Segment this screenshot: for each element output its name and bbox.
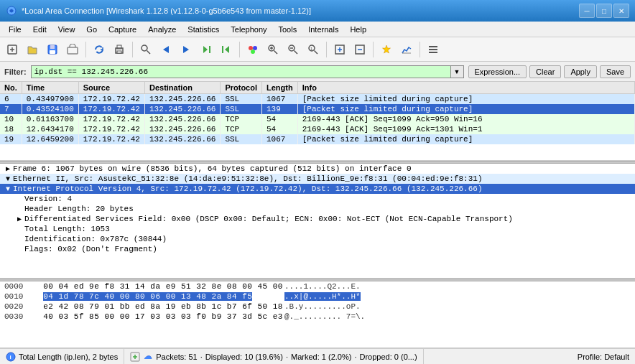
menu-item-statistics[interactable]: Statistics xyxy=(182,24,225,35)
hex-ascii: ..x|@.....H*..H* xyxy=(284,292,361,301)
svg-point-15 xyxy=(251,50,255,54)
svg-rect-27 xyxy=(429,49,437,50)
svg-rect-8 xyxy=(117,51,121,53)
save-filter-button[interactable]: Save xyxy=(600,65,631,78)
cell-protocol: SSL xyxy=(221,104,262,114)
menu-item-analyze[interactable]: Analyze xyxy=(142,24,182,35)
detail-row[interactable]: ▶Differentiated Services Field: 0x00 (DS… xyxy=(0,214,635,224)
save-button[interactable] xyxy=(43,40,62,59)
first-button[interactable] xyxy=(197,40,215,59)
cell-destination: 132.245.226.66 xyxy=(144,104,220,114)
menu-item-tools[interactable]: Tools xyxy=(273,24,303,35)
apply-button[interactable]: Apply xyxy=(564,65,597,78)
menu-item-edit[interactable]: Edit xyxy=(27,24,52,35)
col-length[interactable]: Length xyxy=(262,82,298,94)
new-capture-button[interactable] xyxy=(3,40,22,59)
svg-rect-4 xyxy=(50,50,55,54)
detail-row[interactable]: ▶Frame 6: 1067 bytes on wire (8536 bits)… xyxy=(0,164,635,174)
hex-highlight: 04 1d 78 7c 40 00 80 06 00 13 48 2a 84 f… xyxy=(43,292,252,301)
table-row[interactable]: 70.43524100172.19.72.42132.245.226.66SSL… xyxy=(0,104,635,114)
colorize-button[interactable] xyxy=(377,40,396,59)
next-button[interactable] xyxy=(177,40,195,59)
cell-source: 172.19.72.42 xyxy=(78,114,144,124)
hex-ascii: ....1....Q2...E. xyxy=(284,282,361,291)
packet-details: ▶Frame 6: 1067 bytes on wire (8536 bits)… xyxy=(0,164,635,279)
menu-item-capture[interactable]: Capture xyxy=(103,24,142,35)
find-button[interactable] xyxy=(136,40,155,59)
zoom-out-button[interactable] xyxy=(284,40,302,59)
status-text: Total Length (ip.len), 2 bytes xyxy=(19,353,118,361)
col-info[interactable]: Info xyxy=(297,82,634,94)
filter-label: Filter: xyxy=(4,67,27,76)
hex-row: 0010 04 1d 78 7c 40 00 80 06 00 13 48 2a… xyxy=(0,291,635,302)
table-row[interactable]: 1912.6459200172.19.72.42132.245.226.66SS… xyxy=(0,134,635,144)
last-button[interactable] xyxy=(217,40,236,59)
status-displayed: Displayed: 10 (19.6%) xyxy=(205,353,283,361)
network-icon xyxy=(130,352,140,362)
collapse-all-button[interactable] xyxy=(351,40,369,59)
hex-row: 0030 40 03 5f 85 00 00 17 03 03 03 f0 b9… xyxy=(0,312,635,322)
shark-icon xyxy=(143,352,153,362)
filter-input[interactable] xyxy=(31,65,451,78)
expand-icon: ▼ xyxy=(3,175,13,183)
detail-text: Differentiated Services Field: 0x00 (DSC… xyxy=(24,215,513,223)
close-capture-button[interactable] xyxy=(63,40,82,59)
expand-all-button[interactable] xyxy=(330,40,349,59)
table-row[interactable]: 1812.6434170172.19.72.42132.245.226.66TC… xyxy=(0,124,635,134)
svg-line-17 xyxy=(274,50,278,54)
col-protocol[interactable]: Protocol xyxy=(221,82,262,94)
reload-button[interactable] xyxy=(90,40,108,59)
table-row[interactable]: 60.43497900172.19.72.42132.245.226.66SSL… xyxy=(0,94,635,105)
maximize-button[interactable]: □ xyxy=(596,4,612,18)
extra-button[interactable] xyxy=(424,40,442,59)
print-button[interactable] xyxy=(110,40,129,59)
menu-item-internals[interactable]: Internals xyxy=(302,24,344,35)
color-rules-button[interactable] xyxy=(244,40,262,59)
status-dropped: Dropped: 0 (0...) xyxy=(359,353,417,361)
cell-destination: 132.245.226.66 xyxy=(144,124,220,134)
expression-button[interactable]: Expression... xyxy=(468,65,527,78)
menu-item-telephony[interactable]: Telephony xyxy=(225,24,272,35)
open-button[interactable] xyxy=(23,40,42,59)
cell-no: 10 xyxy=(0,114,22,124)
toolbar-separator-3 xyxy=(239,42,240,57)
close-button[interactable]: ✕ xyxy=(613,4,629,18)
title-bar: *Local Area Connection [Wireshark 1.12.8… xyxy=(0,0,635,22)
filter-dropdown-button[interactable]: ▼ xyxy=(451,65,464,78)
menu-item-go[interactable]: Go xyxy=(80,24,103,35)
zoom-in-button[interactable] xyxy=(264,40,282,59)
expand-icon: ▶ xyxy=(3,164,13,173)
detail-row[interactable]: ▼Ethernet II, Src: AsustekC_51:32:8e (14… xyxy=(0,174,635,184)
detail-text: Identification: 0x787c (30844) xyxy=(24,235,167,243)
menu-item-file[interactable]: File xyxy=(3,24,27,35)
menu-item-help[interactable]: Help xyxy=(344,24,372,35)
detail-row: Version: 4 xyxy=(0,194,635,204)
hex-bytes: 04 1d 78 7c 40 00 80 06 00 13 48 2a 84 f… xyxy=(33,292,284,301)
cell-info: 2169-443 [ACK] Seq=1099 Ack=1301 Win=1 xyxy=(297,124,634,134)
hex-bytes: 40 03 5f 85 00 00 17 03 03 03 f0 b9 37 3… xyxy=(33,312,284,321)
cell-info: 2169-443 [ACK] Seq=1099 Ack=950 Win=16 xyxy=(297,114,634,124)
cell-length: 54 xyxy=(262,114,298,124)
prev-button[interactable] xyxy=(157,40,175,59)
cell-no: 6 xyxy=(0,94,22,105)
toolbar-separator-4 xyxy=(326,42,327,57)
table-row[interactable]: 100.61163700172.19.72.42132.245.226.66TC… xyxy=(0,114,635,124)
hex-offset: 0020 xyxy=(4,302,33,311)
col-time[interactable]: Time xyxy=(22,82,78,94)
toolbar-separator-1 xyxy=(85,42,86,57)
col-no[interactable]: No. xyxy=(0,82,22,94)
hex-offset: 0000 xyxy=(4,282,33,291)
menu-item-view[interactable]: View xyxy=(52,24,81,35)
clear-button[interactable]: Clear xyxy=(529,65,561,78)
hex-dump: 0000 00 04 ed 9e f8 31 14 da e9 51 32 8e… xyxy=(0,281,635,348)
io-graph-button[interactable] xyxy=(397,40,416,59)
status-bar: i Total Length (ip.len), 2 bytes Packets… xyxy=(0,348,635,364)
zoom-normal-button[interactable]: 1 xyxy=(304,40,323,59)
col-source[interactable]: Source xyxy=(78,82,144,94)
cell-protocol: SSL xyxy=(221,134,262,144)
col-destination[interactable]: Destination xyxy=(144,82,220,94)
table-header-row: No. Time Source Destination Protocol Len… xyxy=(0,82,635,94)
detail-row[interactable]: ▼Internet Protocol Version 4, Src: 172.1… xyxy=(0,184,635,194)
minimize-button[interactable]: ─ xyxy=(579,4,595,18)
cell-source: 172.19.72.42 xyxy=(78,134,144,144)
